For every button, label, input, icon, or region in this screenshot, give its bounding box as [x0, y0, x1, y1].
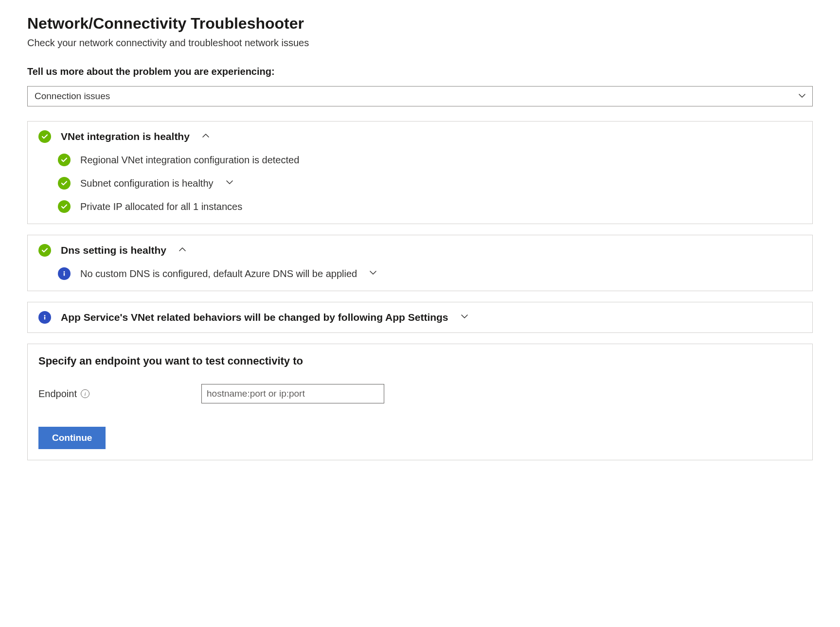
vnet-panel: VNet integration is healthy Regional VNe… [27, 121, 813, 224]
dns-panel: Dns setting is healthy No custom DNS is … [27, 235, 813, 291]
app-settings-panel: App Service's VNet related behaviors wil… [27, 302, 813, 333]
continue-button[interactable]: Continue [38, 427, 106, 449]
problem-prompt-label: Tell us more about the problem you are e… [27, 66, 813, 77]
vnet-panel-title: VNet integration is healthy [61, 131, 190, 142]
vnet-item-regional-text: Regional VNet integration configuration … [80, 155, 299, 166]
svg-rect-1 [64, 273, 65, 276]
chevron-down-icon [226, 179, 233, 188]
vnet-item-privateip-text: Private IP allocated for all 1 instances [80, 201, 242, 212]
dns-item-nocustom-text: No custom DNS is configured, default Azu… [80, 268, 357, 279]
chevron-up-icon [202, 132, 209, 141]
check-icon [38, 244, 51, 257]
chevron-down-icon [799, 91, 805, 102]
check-icon [58, 200, 71, 213]
svg-point-0 [64, 271, 65, 273]
vnet-item-privateip: Private IP allocated for all 1 instances [58, 200, 802, 213]
check-icon [38, 130, 51, 143]
chevron-down-icon [461, 313, 468, 322]
problem-select-value: Connection issues [35, 91, 110, 102]
endpoint-label: Endpoint [38, 388, 77, 400]
vnet-item-subnet[interactable]: Subnet configuration is healthy [58, 177, 802, 190]
info-icon [58, 267, 71, 280]
check-icon [58, 154, 71, 166]
dns-panel-title: Dns setting is healthy [61, 244, 166, 256]
problem-select[interactable]: Connection issues [27, 86, 813, 106]
endpoint-panel: Specify an endpoint you want to test con… [27, 344, 813, 460]
vnet-item-regional: Regional VNet integration configuration … [58, 154, 802, 166]
info-outline-icon[interactable]: i [81, 389, 89, 398]
page-title: Network/Connectivity Troubleshooter [27, 15, 813, 33]
svg-point-2 [44, 315, 46, 316]
endpoint-title: Specify an endpoint you want to test con… [38, 355, 802, 367]
chevron-up-icon [179, 246, 186, 255]
chevron-down-icon [370, 269, 376, 278]
dns-item-nocustom[interactable]: No custom DNS is configured, default Azu… [58, 267, 802, 280]
info-icon [38, 311, 51, 324]
check-icon [58, 177, 71, 190]
dns-panel-header[interactable]: Dns setting is healthy [38, 244, 802, 257]
endpoint-input[interactable] [201, 384, 384, 403]
app-settings-title: App Service's VNet related behaviors wil… [61, 312, 448, 323]
page-subtitle: Check your network connectivity and trou… [27, 37, 813, 49]
app-settings-header[interactable]: App Service's VNet related behaviors wil… [38, 311, 802, 324]
vnet-panel-header[interactable]: VNet integration is healthy [38, 130, 802, 143]
vnet-item-subnet-text: Subnet configuration is healthy [80, 178, 214, 189]
svg-rect-3 [44, 317, 45, 320]
